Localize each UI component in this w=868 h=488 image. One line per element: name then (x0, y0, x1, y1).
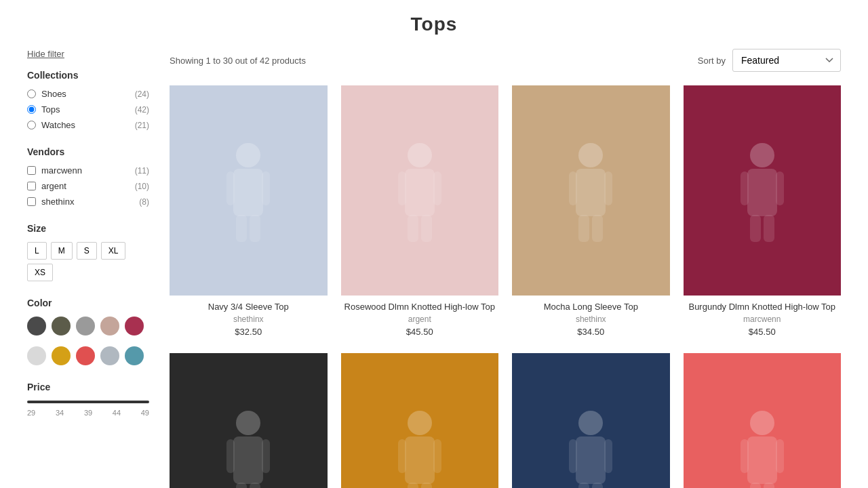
price-tick: 49 (141, 409, 149, 417)
color-filter: Color (27, 298, 149, 365)
svg-rect-27 (262, 439, 270, 473)
product-card[interactable]: Quick view Navy 3/4 Sleeve Top shethinx … (170, 85, 328, 340)
collection-item[interactable]: Shoes (24) (27, 89, 149, 99)
hide-filter-button[interactable]: Hide filter (27, 49, 149, 59)
color-swatch[interactable] (76, 346, 95, 365)
color-swatch[interactable] (76, 317, 95, 336)
product-price: $45.50 (684, 327, 842, 337)
vendor-checkbox[interactable] (27, 197, 36, 206)
svg-rect-43 (747, 436, 777, 484)
color-swatch[interactable] (100, 346, 119, 365)
svg-point-42 (750, 411, 774, 435)
svg-rect-31 (405, 436, 435, 484)
svg-rect-33 (433, 439, 441, 473)
price-tick: 29 (27, 409, 35, 417)
vendor-name: marcwenn (41, 165, 82, 176)
color-swatch[interactable] (52, 346, 71, 365)
collection-item[interactable]: Watches (21) (27, 120, 149, 130)
collection-name: Shoes (41, 89, 66, 99)
collection-item[interactable]: Tops (42) (27, 104, 149, 115)
svg-rect-44 (741, 439, 749, 473)
size-button[interactable]: XL (101, 242, 126, 260)
product-name: Burgundy Dlmn Knotted High-low Top (684, 301, 842, 313)
vendor-item[interactable]: shethinx (8) (27, 197, 149, 207)
product-card[interactable]: Quick view Coral 3/4 Sleeve Top marcwenn… (684, 353, 842, 488)
svg-rect-8 (398, 171, 406, 205)
product-image: Quick view (512, 353, 670, 488)
product-name: Navy 3/4 Sleeve Top (170, 301, 328, 313)
svg-rect-9 (433, 171, 441, 205)
svg-rect-26 (226, 439, 235, 473)
product-image: Quick view (170, 353, 328, 488)
product-price: $34.50 (512, 327, 670, 337)
svg-rect-16 (578, 215, 589, 242)
color-swatch[interactable] (27, 346, 46, 365)
color-swatch[interactable] (27, 317, 46, 336)
product-info: Navy 3/4 Sleeve Top shethinx $32.50 (170, 296, 328, 340)
product-image: Quick view (341, 85, 499, 296)
size-button[interactable]: XS (27, 264, 53, 281)
price-slider[interactable] (27, 401, 149, 403)
vendor-name: argent (41, 181, 66, 191)
product-card[interactable]: Quick view Burgundy Dlmn Knotted High-lo… (684, 85, 842, 340)
size-filter: Size LMSXLXS (27, 223, 149, 281)
svg-point-36 (578, 411, 603, 435)
color-swatch[interactable] (100, 317, 119, 336)
product-card[interactable]: Quick view Mustard Knotted High-low Top … (341, 353, 499, 488)
svg-rect-37 (576, 436, 606, 484)
toolbar: Showing 1 to 30 out of 42 products Sort … (170, 49, 841, 72)
sort-by-label: Sort by (698, 56, 726, 66)
collection-name: Tops (41, 104, 60, 115)
product-card[interactable]: Quick view Navy Long Sleeve Top shethinx… (512, 353, 670, 488)
product-card[interactable]: Quick view Rosewood Dlmn Knotted High-lo… (341, 85, 499, 340)
vendor-checkbox[interactable] (27, 182, 36, 190)
size-button[interactable]: S (77, 242, 97, 260)
collection-radio[interactable] (27, 89, 36, 98)
vendor-checkbox[interactable] (27, 166, 36, 175)
svg-rect-17 (592, 215, 603, 242)
svg-rect-23 (764, 215, 774, 242)
product-card[interactable]: Quick view Black V-Neck Top shethinx $32… (170, 353, 328, 488)
svg-rect-4 (236, 215, 247, 242)
collection-count: (24) (135, 89, 149, 99)
sort-select[interactable]: FeaturedBest sellingAlphabetically, A-ZA… (732, 49, 841, 72)
product-image: Quick view (684, 353, 842, 488)
svg-rect-39 (604, 439, 612, 473)
size-button[interactable]: L (27, 242, 47, 260)
page-title: Tops (27, 14, 841, 35)
svg-point-18 (750, 143, 774, 167)
collection-radio[interactable] (27, 105, 36, 114)
price-label: Price (27, 382, 149, 392)
product-card[interactable]: Quick view Mocha Long Sleeve Top shethin… (512, 85, 670, 340)
svg-rect-45 (776, 439, 784, 473)
collections-filter: Collections Shoes (24) Tops (42) Watches… (27, 70, 149, 130)
color-swatch[interactable] (125, 317, 144, 336)
size-label: Size (27, 223, 149, 234)
vendors-label: Vendors (27, 146, 149, 157)
color-swatch[interactable] (125, 346, 144, 365)
vendor-count: (11) (135, 166, 149, 176)
vendor-name: shethinx (41, 197, 74, 207)
svg-rect-15 (604, 171, 612, 205)
svg-rect-5 (250, 215, 260, 242)
vendor-item[interactable]: argent (10) (27, 181, 149, 191)
vendors-filter: Vendors marcwenn (11) argent (10) shethi… (27, 146, 149, 207)
price-filter: Price 2934394449 (27, 382, 149, 417)
product-image: Quick view (684, 85, 842, 296)
vendor-item[interactable]: marcwenn (11) (27, 165, 149, 176)
vendor-count: (10) (135, 182, 149, 191)
product-price: $32.50 (170, 327, 328, 337)
product-vendor: shethinx (512, 314, 670, 324)
collection-count: (42) (135, 105, 149, 115)
color-swatch[interactable] (52, 317, 71, 336)
collection-radio[interactable] (27, 121, 36, 129)
price-tick: 34 (56, 409, 64, 417)
color-label: Color (27, 298, 149, 308)
size-button[interactable]: M (51, 242, 73, 260)
products-grid: Quick view Navy 3/4 Sleeve Top shethinx … (170, 85, 841, 488)
product-vendor: shethinx (170, 314, 328, 324)
svg-rect-3 (262, 171, 270, 205)
svg-rect-14 (569, 171, 577, 205)
product-image: Quick view (512, 85, 670, 296)
svg-rect-7 (405, 169, 435, 216)
